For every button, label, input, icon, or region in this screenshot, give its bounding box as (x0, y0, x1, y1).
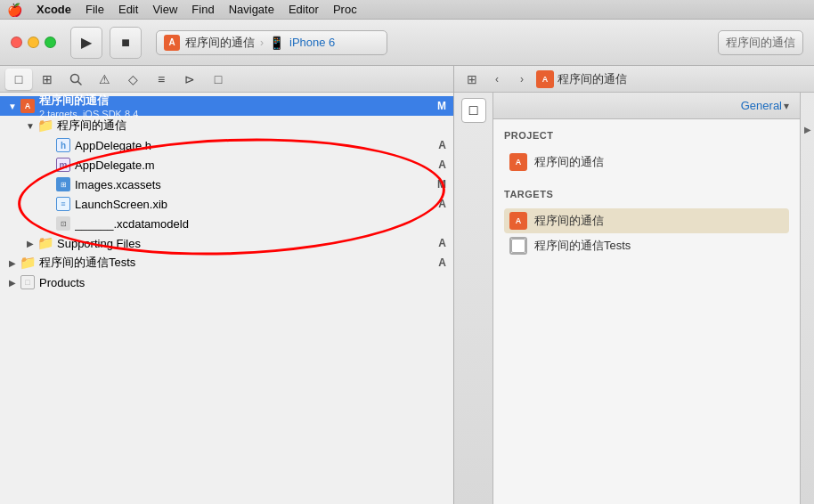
tree-label-products: Products (39, 276, 453, 289)
tree-label-images: Images.xcassets (75, 178, 434, 191)
navigator-panel: □ ⊞ ⚠ ◇ ≡ ⊳ □ ▼ A 程序间的通信 (0, 66, 454, 504)
tree-arrow-root: ▼ (7, 101, 18, 111)
svg-line-1 (78, 81, 82, 85)
scheme-selector[interactable]: A 程序间的通信 › 📱 iPhone 6 (156, 30, 387, 55)
tree-badge-root: M (437, 100, 453, 112)
search-icon (69, 73, 82, 85)
inspector-target-app[interactable]: A 程序间的通信 (504, 208, 789, 233)
tab-general[interactable]: General (741, 99, 782, 112)
tree-icon-products: □ (20, 275, 36, 289)
tree-label-group: 程序间的通信 (57, 118, 453, 134)
menu-file[interactable]: File (85, 3, 104, 16)
targets-section-title: TARGETS (504, 189, 789, 199)
inspector-project-label: 程序间的通信 (534, 154, 604, 170)
tree-icon-supporting: 📁 (37, 236, 53, 250)
tree-item-tests[interactable]: ▶ 📁 程序间的通信Tests A (0, 253, 453, 272)
tree-label-appdelegate-h: AppDelegate.h (75, 139, 435, 152)
menu-edit[interactable]: Edit (118, 3, 138, 16)
scheme-app-name: 程序间的通信 (185, 35, 255, 51)
nav-file-btn[interactable]: □ (5, 69, 32, 90)
scheme-chevron: › (260, 37, 264, 49)
editor-panel: ⊞ ‹ › A 程序间的通信 □ General ▾ PROJECT (454, 66, 814, 504)
tree-arrow-m-empty (43, 159, 53, 170)
inspector-target-test[interactable]: 程序间的通信Tests (504, 233, 789, 258)
inspector-file-tab[interactable]: □ (461, 98, 486, 123)
inspector-main: General ▾ PROJECT A 程序间的通信 TARGETS A 程序间… (493, 93, 800, 504)
tree-icon-xib: ≡ (55, 197, 71, 211)
tree-item-images[interactable]: ⊞ Images.xcassets M (0, 175, 453, 194)
apple-menu[interactable]: 🍎 (7, 3, 22, 17)
tree-badge-xib: A (438, 198, 453, 210)
tree-item-appdelegate-h[interactable]: h AppDelegate.h A (0, 135, 453, 155)
nav-warning-btn[interactable]: ⚠ (91, 69, 118, 90)
tree-label-datamodel: ______.xcdatamodeld (75, 217, 453, 231)
project-section-title: PROJECT (504, 130, 789, 141)
inspector-area: □ General ▾ PROJECT A 程序间的通信 TARGETS (454, 93, 814, 504)
tree-arrow-xib (43, 199, 53, 209)
menu-find[interactable]: Find (191, 3, 214, 16)
menu-navigate[interactable]: Navigate (229, 3, 274, 16)
tree-item-supporting[interactable]: ▶ 📁 Supporting Files A (0, 233, 453, 253)
editor-forward-btn[interactable]: › (511, 70, 533, 88)
tree-arrow-tests: ▶ (7, 257, 18, 268)
tree-item-datamodel[interactable]: ⊡ ______.xcdatamodeld (0, 214, 453, 233)
tree-badge-supporting: A (438, 237, 453, 249)
editor-toolbar: ⊞ ‹ › A 程序间的通信 (454, 66, 814, 93)
tree-arrow-group: ▼ (25, 120, 36, 131)
iphone-icon: 📱 (269, 36, 284, 50)
nav-symbol-btn[interactable]: ⊞ (34, 69, 61, 90)
nav-log-btn[interactable]: □ (205, 69, 232, 90)
nav-breakpoint-btn[interactable]: ⊳ (176, 69, 203, 90)
close-button[interactable] (11, 37, 22, 48)
nav-test-btn[interactable]: ◇ (119, 69, 146, 90)
run-button[interactable]: ▶ (70, 27, 102, 59)
inspector-project-item[interactable]: A 程序间的通信 (504, 150, 789, 175)
tree-badge-xcassets: M (437, 178, 453, 191)
tree-icon-datamodel: ⊡ (55, 216, 71, 231)
tree-item-products[interactable]: ▶ □ Products (0, 272, 453, 292)
toolbar: ▶ ■ A 程序间的通信 › 📱 iPhone 6 程序间的通信 (0, 20, 814, 66)
editor-project-title: 程序间的通信 (558, 71, 627, 87)
menu-bar: 🍎 Xcode File Edit View Find Navigate Edi… (0, 0, 814, 20)
file-tree: ▼ A 程序间的通信 2 targets, iOS SDK 8.4 M ▼ 📁 … (0, 93, 453, 504)
expand-panel-btn[interactable]: ▶ (800, 93, 814, 504)
toolbar-right-text: 程序间的通信 (718, 30, 803, 55)
tree-item-appdelegate-m[interactable]: m AppDelegate.m A (0, 155, 453, 175)
tree-label-supporting: Supporting Files (57, 237, 435, 250)
tree-icon-folder: 📁 (37, 118, 53, 133)
menu-editor[interactable]: Editor (289, 3, 319, 16)
main-container: □ ⊞ ⚠ ◇ ≡ ⊳ □ ▼ A 程序间的通信 (0, 66, 814, 504)
tree-badge-m: A (438, 159, 453, 171)
tree-icon-xcassets: ⊞ (55, 177, 71, 191)
tree-arrow-empty (43, 140, 53, 150)
inspector-project-icon: A (509, 153, 527, 171)
tree-arrow-products: ▶ (7, 277, 18, 288)
nav-debug-btn[interactable]: ≡ (148, 69, 175, 90)
inspector-content: PROJECT A 程序间的通信 TARGETS A 程序间的通信 (493, 119, 800, 504)
tree-badge-h: A (438, 139, 453, 151)
nav-search-btn[interactable] (62, 69, 89, 90)
inspector-tab-bar: General ▾ (493, 93, 800, 119)
navigator-toolbar: □ ⊞ ⚠ ◇ ≡ ⊳ □ (0, 66, 453, 93)
chevron-down-icon: ▾ (784, 100, 789, 112)
menu-xcode[interactable]: Xcode (37, 3, 71, 16)
inspector-target-app-icon: A (509, 212, 527, 230)
editor-back-btn[interactable]: ‹ (486, 70, 508, 88)
tree-item-launchscreen[interactable]: ≡ LaunchScreen.xib A (0, 194, 453, 214)
menu-view[interactable]: View (152, 3, 177, 16)
scheme-device: iPhone 6 (289, 36, 335, 49)
inspector-target-test-label: 程序间的通信Tests (534, 238, 631, 254)
tree-icon-project: A (20, 99, 36, 113)
tree-label-launchscreen: LaunchScreen.xib (75, 198, 435, 211)
inspector-icon-bar: □ (454, 93, 493, 504)
inspector-target-app-label: 程序间的通信 (534, 213, 604, 229)
menu-product[interactable]: Proc (333, 3, 357, 16)
maximize-button[interactable] (45, 37, 56, 48)
minimize-button[interactable] (28, 37, 39, 48)
tree-item-root[interactable]: ▼ A 程序间的通信 2 targets, iOS SDK 8.4 M (0, 96, 453, 116)
stop-button[interactable]: ■ (110, 27, 142, 59)
expand-right-icon: ▶ (804, 125, 811, 134)
editor-grid-icon[interactable]: ⊞ (461, 70, 483, 88)
tree-label-tests: 程序间的通信Tests (39, 255, 435, 271)
tree-icon-m: m (55, 158, 71, 172)
